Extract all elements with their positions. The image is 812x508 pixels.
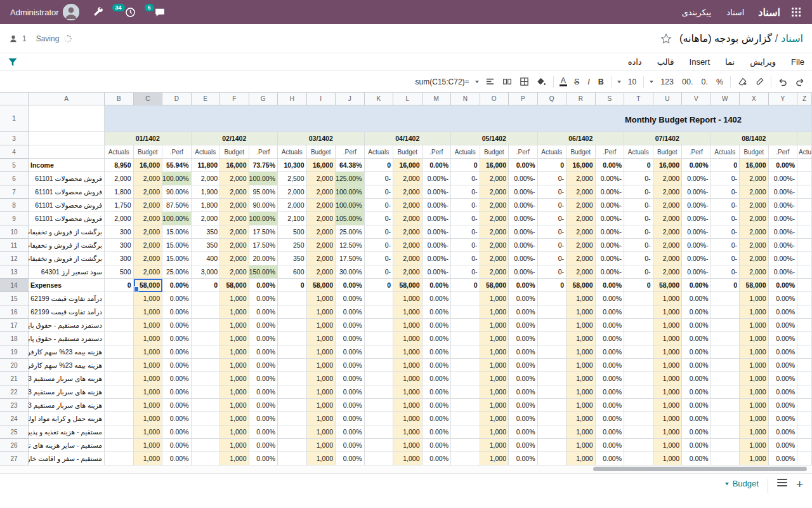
merge-cells-icon[interactable] [502,76,513,88]
cell[interactable]: 2,000 [307,265,336,279]
menu-insert[interactable]: Insert [690,57,710,67]
cell[interactable]: 0- [624,225,653,239]
cell[interactable] [624,345,653,359]
row-label[interactable]: فروش محصولات 61101 [29,199,105,212]
cell[interactable]: 1,000 [220,439,249,452]
cell[interactable] [711,412,740,425]
cell[interactable]: 12.50% [336,239,365,252]
row-label[interactable]: مستقیم - سفر و اقامت خارجی [29,452,105,465]
col-header[interactable]: Q [538,93,567,105]
col-header[interactable]: U [653,93,683,105]
cell[interactable]: 1,000 [480,292,509,305]
cell[interactable] [29,132,105,145]
cell[interactable] [797,452,812,465]
cell[interactable] [192,425,221,439]
cell[interactable] [711,439,740,452]
cell[interactable]: 2,000 [393,239,422,252]
cell[interactable]: 2,000 [480,212,509,225]
italic-button[interactable]: I [586,77,591,86]
cell[interactable]: 0.00% [769,305,798,319]
cell[interactable]: 1,000 [134,332,163,345]
cell[interactable]: 125.00% [336,172,365,185]
row-header[interactable]: 27 [0,452,29,465]
row-header[interactable]: 18 [0,332,29,345]
sub-header[interactable]: Actuals [105,145,134,159]
month-header[interactable]: 05/1402 [451,132,538,145]
cell[interactable]: 0.00% [162,305,192,319]
cell[interactable] [451,385,480,399]
cell[interactable]: 0.00%- [422,265,452,279]
cell[interactable]: 1,000 [393,292,422,305]
cell[interactable]: 0.00% [682,425,711,439]
cell[interactable]: 0.00% [422,359,452,372]
month-header[interactable]: 04/1402 [365,132,452,145]
cell[interactable]: 1,000 [307,385,336,399]
cell[interactable]: 2,000 [220,239,249,252]
cell[interactable]: 2,000 [307,239,336,252]
cell[interactable] [365,385,394,399]
cell[interactable]: 0.00% [596,359,625,372]
cell[interactable]: 0- [538,185,567,199]
cell[interactable]: 0- [365,212,394,225]
cell[interactable]: 0.00% [249,319,278,332]
cell[interactable]: 0.00% [336,332,365,345]
cell[interactable]: 1,000 [134,305,163,319]
col-header[interactable]: R [566,93,596,105]
cell[interactable] [365,359,394,372]
cell[interactable]: 2,000 [220,185,249,199]
cell[interactable]: 0.00%- [769,225,798,239]
cell[interactable]: 1,000 [653,345,683,359]
col-header[interactable]: V [682,93,711,105]
cell[interactable]: 0- [538,172,567,185]
cell[interactable]: 0.00% [336,359,365,372]
cell[interactable]: 0- [711,199,740,212]
text-color-button[interactable]: A [560,77,567,86]
sub-header[interactable]: Budget [134,145,163,159]
cell[interactable]: 2,000 [105,172,134,185]
cell[interactable] [797,159,812,172]
cell[interactable]: 2,000 [220,265,249,279]
cell[interactable]: 2,000 [105,212,134,225]
sub-header[interactable]: .Perf [422,145,452,159]
cell[interactable] [797,372,812,385]
cell[interactable]: 58,000 [393,279,422,292]
cell[interactable]: 0.00% [596,305,625,319]
cell[interactable] [105,385,134,399]
cell[interactable]: 0.00%- [509,212,538,225]
cell[interactable] [451,292,480,305]
horizontal-scrollbar[interactable] [0,465,812,473]
col-header[interactable]: P [509,93,538,105]
decimal-increase-button[interactable]: 00. [681,77,694,86]
menu-edit[interactable]: ویرایش [750,57,776,67]
cell[interactable] [797,425,812,439]
cell[interactable] [624,332,653,345]
cell[interactable]: 0.00% [509,279,538,292]
cell[interactable]: 0- [711,225,740,239]
row-header[interactable]: 7 [0,185,29,199]
cell[interactable]: 2,000 [480,199,509,212]
cell[interactable]: 100.00% [249,212,278,225]
cell[interactable] [797,399,812,412]
cell[interactable]: 1,000 [480,399,509,412]
cell[interactable] [797,292,812,305]
cell[interactable]: 2,000 [220,225,249,239]
cell[interactable] [105,452,134,465]
cell[interactable] [711,305,740,319]
sub-header[interactable]: Actuals [624,145,653,159]
cell[interactable]: 1,000 [480,319,509,332]
cell[interactable] [29,105,105,132]
cell[interactable] [105,345,134,359]
cell[interactable]: 1,000 [307,399,336,412]
cell[interactable]: 0.00% [509,452,538,465]
menu-documents[interactable]: اسناد [726,8,744,17]
sub-header[interactable]: Actuals [365,145,394,159]
followers-icon[interactable] [9,34,18,43]
cell[interactable] [278,385,307,399]
cell[interactable]: 0.00% [422,385,452,399]
cell[interactable] [192,345,221,359]
cell[interactable] [278,399,307,412]
row-label[interactable]: هزینه حمل و کرایه مواد اولیه [29,412,105,425]
cell[interactable]: 1,000 [134,372,163,385]
cell[interactable]: 0.00% [336,319,365,332]
col-header[interactable]: W [711,93,740,105]
